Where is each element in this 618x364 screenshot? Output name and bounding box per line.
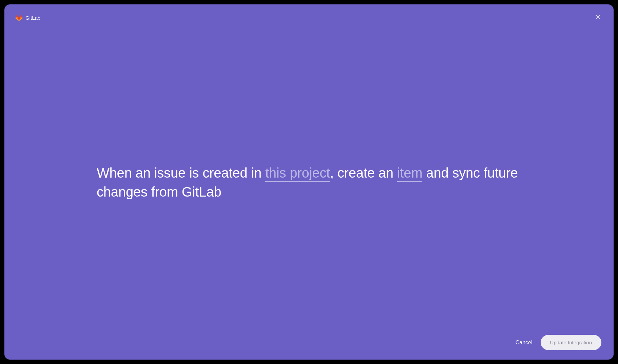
- sentence-text: When an issue is created in: [97, 165, 265, 180]
- close-icon: [595, 14, 601, 22]
- project-slot[interactable]: this project: [265, 165, 330, 182]
- modal-header: GitLab: [4, 4, 614, 31]
- update-integration-button[interactable]: Update Integration: [541, 335, 601, 350]
- modal-footer: Cancel Update Integration: [4, 325, 614, 360]
- brand-wrap: GitLab: [15, 14, 40, 22]
- integration-modal: GitLab When an issue is created in this …: [4, 4, 614, 360]
- cancel-button[interactable]: Cancel: [516, 340, 533, 346]
- modal-content: When an issue is created in this project…: [4, 31, 614, 325]
- rule-sentence: When an issue is created in this project…: [97, 163, 521, 201]
- item-slot[interactable]: item: [397, 165, 423, 182]
- gitlab-icon: [15, 14, 23, 22]
- brand-name: GitLab: [25, 15, 40, 21]
- sentence-text: , create an: [330, 165, 397, 180]
- close-button[interactable]: [593, 13, 603, 23]
